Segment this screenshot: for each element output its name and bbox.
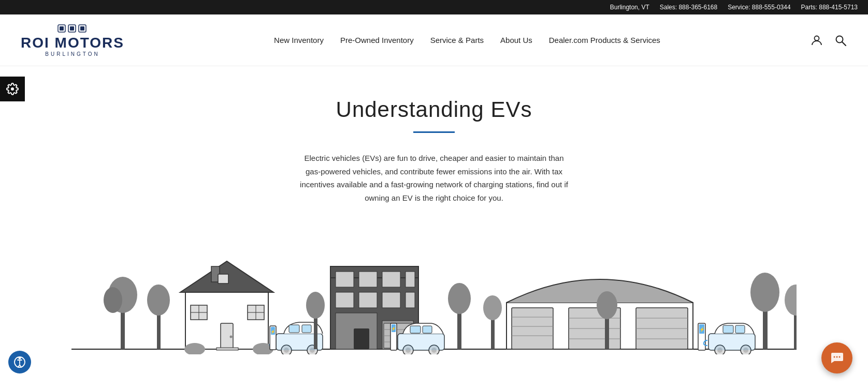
svg-point-72	[448, 283, 471, 314]
svg-rect-50	[359, 292, 377, 308]
svg-rect-51	[382, 292, 400, 308]
logo-title: ROI MOTORS	[21, 36, 124, 50]
header-icons	[810, 34, 847, 47]
svg-rect-35	[289, 325, 299, 333]
svg-point-104	[785, 285, 797, 316]
svg-rect-45	[336, 272, 354, 287]
svg-rect-99	[735, 325, 745, 333]
parts-phone[interactable]: Parts: 888-415-5713	[801, 4, 858, 11]
tree-2	[147, 285, 170, 349]
logo-subtitle: BURLINGTON	[45, 51, 99, 57]
svg-rect-52	[406, 292, 415, 308]
svg-text:⚡: ⚡	[699, 326, 705, 333]
svg-rect-46	[359, 272, 377, 287]
svg-point-102	[750, 273, 779, 312]
svg-rect-27	[216, 348, 238, 350]
svg-rect-98	[723, 325, 733, 333]
nav-dealer-products[interactable]: Dealer.com Products & Services	[549, 36, 660, 44]
svg-rect-73	[491, 316, 495, 349]
svg-rect-55	[354, 328, 369, 349]
ev-car-right	[704, 323, 755, 354]
charger-center: ⚡	[390, 323, 397, 350]
svg-rect-76	[512, 308, 553, 349]
svg-rect-47	[382, 272, 400, 287]
account-button[interactable]	[810, 34, 823, 47]
logo[interactable]: ROI MOTORS BURLINGTON	[21, 24, 124, 57]
ev-illustration: ⚡	[71, 235, 797, 354]
top-bar: Burlington, VT Sales: 888-365-6168 Servi…	[0, 0, 868, 14]
svg-line-8	[842, 42, 846, 46]
nav-new-inventory[interactable]: New Inventory	[274, 36, 324, 44]
tree-far-right2	[785, 285, 797, 349]
svg-rect-48	[406, 272, 415, 287]
page-description: Electric vehicles (EVs) are fun to drive…	[299, 152, 569, 204]
nav-about-us[interactable]: About Us	[500, 36, 532, 44]
search-button[interactable]	[834, 34, 847, 47]
svg-rect-100	[708, 334, 755, 350]
service-phone[interactable]: Service: 888-555-0344	[728, 4, 790, 11]
svg-point-42	[306, 292, 325, 319]
svg-point-14	[147, 285, 170, 316]
svg-point-89	[597, 291, 617, 319]
charger-right: ⚡	[698, 323, 705, 350]
svg-rect-36	[302, 325, 311, 333]
tree-1	[104, 277, 137, 349]
location: Burlington, VT	[610, 4, 649, 11]
svg-rect-1	[60, 26, 64, 31]
tree-mid2	[448, 283, 471, 349]
logo-icon	[57, 24, 88, 35]
tree-mid3	[483, 295, 502, 349]
svg-point-19	[230, 336, 233, 338]
house-left	[180, 261, 273, 354]
svg-rect-66	[423, 326, 432, 333]
svg-rect-3	[70, 26, 74, 31]
svg-rect-26	[218, 274, 228, 283]
page-title: Understanding EVs	[336, 97, 532, 122]
main-nav: New Inventory Pre-Owned Inventory Servic…	[274, 36, 660, 44]
svg-rect-103	[794, 310, 797, 349]
nav-service-parts[interactable]: Service & Parts	[430, 36, 484, 44]
svg-point-12	[104, 287, 122, 313]
settings-button[interactable]	[0, 77, 25, 101]
svg-point-74	[483, 295, 502, 320]
svg-rect-65	[410, 326, 421, 333]
charger-left: ⚡	[270, 326, 276, 350]
site-header: ROI MOTORS BURLINGTON New Inventory Pre-…	[0, 14, 868, 66]
main-content: Understanding EVs Electric vehicles (EVs…	[0, 66, 868, 354]
title-underline	[413, 131, 455, 133]
svg-text:⚡: ⚡	[270, 329, 276, 334]
svg-rect-5	[80, 26, 84, 31]
sales-phone[interactable]: Sales: 888-365-6168	[660, 4, 717, 11]
svg-rect-49	[336, 292, 354, 308]
nav-preowned-inventory[interactable]: Pre-Owned Inventory	[340, 36, 414, 44]
svg-rect-67	[398, 334, 444, 350]
svg-text:⚡: ⚡	[391, 326, 396, 331]
svg-point-6	[815, 36, 819, 40]
